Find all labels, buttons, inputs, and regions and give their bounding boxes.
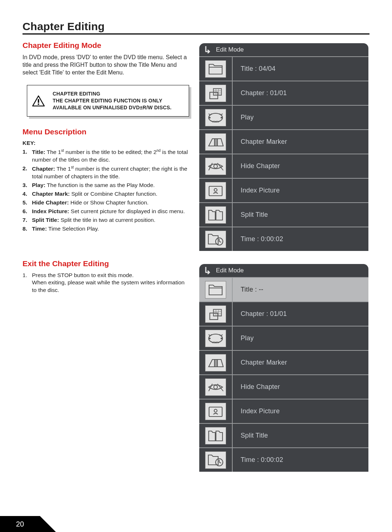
marker-icon	[205, 133, 226, 151]
repeat-icon	[205, 109, 226, 126]
warning-line-1: CHAPTER EDITING	[53, 90, 183, 97]
warning-line-2: THE CHAPTER EDITING FUNCTION IS ONLY AVA…	[53, 97, 183, 111]
osd-row-clock[interactable]: Time : 0:00:02	[199, 227, 368, 251]
osd-row-label: Chapter : 01/01	[233, 310, 368, 318]
osd-icon-cell	[199, 57, 233, 81]
osd-icon-cell	[199, 81, 233, 105]
osd-row-label: Chapter : 01/01	[233, 89, 368, 97]
warning-note: CHAPTER EDITING THE CHAPTER EDITING FUNC…	[27, 85, 189, 117]
osd-header: Edit Mode	[199, 43, 368, 56]
heading-exit: Exit the Chapter Editing	[23, 259, 189, 268]
key-label: KEY:	[23, 140, 189, 146]
key-list: Title: The 1st number is the title to be…	[23, 148, 189, 233]
heading-chapter-editing-mode: Chapter Editing Mode	[23, 41, 189, 50]
split-icon	[205, 427, 226, 444]
osd-icon-cell	[199, 302, 233, 326]
grid-icon	[205, 85, 226, 102]
osd-header: Edit Mode	[199, 264, 368, 277]
page-title: Chapter Editing	[23, 20, 369, 34]
osd-row-label: Title : 04/04	[233, 65, 368, 73]
osd-icon-cell	[199, 227, 233, 251]
osd-row-split[interactable]: Split Title	[199, 202, 368, 227]
osd-row-label: Chapter Marker	[233, 138, 368, 146]
index-icon	[205, 403, 226, 420]
key-item: Chapter: The 1st number is the current c…	[32, 165, 189, 180]
svg-rect-5	[209, 117, 211, 118]
osd-row-label: Index Picture	[233, 187, 368, 194]
osd-row-index[interactable]: Index Picture	[199, 178, 368, 202]
osd-row-index[interactable]: Index Picture	[199, 399, 368, 423]
repeat-icon	[205, 330, 226, 347]
osd-row-label: Time : 0:00:02	[233, 235, 368, 243]
split-icon	[205, 206, 226, 224]
osd-row-marker[interactable]: Chapter Marker	[199, 350, 368, 374]
osd-icon-cell	[199, 203, 233, 227]
osd-panel-2: Edit ModeTitle : --Chapter : 01/01PlayCh…	[199, 264, 368, 472]
folder-icon	[205, 60, 226, 78]
osd-icon-cell	[199, 179, 233, 202]
svg-point-18	[214, 385, 217, 389]
key-item: Hide Chapter: Hide or Show Chapter funct…	[32, 199, 189, 207]
osd-row-hide[interactable]: Hide Chapter	[199, 154, 368, 178]
osd-row-folder[interactable]: Title : --	[199, 277, 368, 301]
osd-row-label: Play	[233, 334, 368, 342]
osd-icon-cell	[199, 278, 233, 301]
osd-row-label: Time : 0:00:02	[233, 456, 368, 464]
osd-row-grid[interactable]: Chapter : 01/01	[199, 301, 368, 326]
grid-icon	[205, 305, 226, 323]
hide-icon	[205, 378, 226, 396]
osd-row-label: Hide Chapter	[233, 162, 368, 170]
osd-row-split[interactable]: Split Title	[199, 423, 368, 447]
svg-rect-6	[221, 117, 222, 118]
folder-icon	[205, 281, 226, 299]
svg-rect-1	[38, 103, 39, 105]
osd-row-label: Split Title	[233, 432, 368, 439]
svg-rect-17	[215, 360, 217, 367]
svg-rect-16	[221, 338, 222, 339]
osd-icon-cell	[199, 130, 233, 154]
return-arrow-icon	[204, 46, 212, 53]
clock-icon	[205, 451, 226, 469]
osd-icon-cell	[199, 399, 233, 423]
osd-row-label: Play	[233, 114, 368, 121]
osd-icon-cell	[199, 375, 233, 399]
marker-icon	[205, 354, 226, 371]
osd-row-clock[interactable]: Time : 0:00:02	[199, 447, 368, 472]
osd-row-hide[interactable]: Hide Chapter	[199, 374, 368, 399]
return-arrow-icon	[204, 267, 212, 274]
clock-icon	[205, 231, 226, 248]
osd-icon-cell	[199, 106, 233, 129]
osd-row-marker[interactable]: Chapter Marker	[199, 129, 368, 154]
osd-icon-cell	[199, 326, 233, 350]
key-item: Play: The function is the same as the Pl…	[32, 182, 189, 189]
osd-row-folder[interactable]: Title : 04/04	[199, 56, 368, 81]
page-number: 20	[0, 516, 40, 532]
hide-icon	[205, 158, 226, 175]
index-icon	[205, 182, 226, 199]
svg-point-10	[214, 188, 217, 191]
key-item: Index Picture: Set current picture for d…	[32, 208, 189, 215]
right-column: Edit ModeTitle : 04/04Chapter : 01/01Pla…	[199, 41, 369, 472]
osd-icon-cell	[199, 448, 233, 472]
heading-menu-description: Menu Description	[23, 127, 189, 136]
osd-row-label: Split Title	[233, 211, 368, 219]
body-chapter-editing-mode: In DVD mode, press 'DVD' to enter the DV…	[23, 53, 189, 76]
osd-row-label: Hide Chapter	[233, 383, 368, 391]
svg-point-8	[214, 165, 217, 168]
osd-row-label: Chapter Marker	[233, 359, 368, 366]
svg-rect-0	[38, 99, 39, 103]
key-item: Title: The 1st number is the title to be…	[32, 148, 189, 164]
osd-icon-cell	[199, 351, 233, 374]
key-item: Chapter Mark: Split or Combine Chapter f…	[32, 190, 189, 198]
osd-row-label: Index Picture	[233, 407, 368, 415]
osd-icon-cell	[199, 424, 233, 447]
key-item: Time: Time Selection Play.	[32, 225, 189, 233]
exit-step-1: Press the STOP button to exit this mode.…	[32, 272, 189, 295]
key-item: Split Title: Split the title in two at c…	[32, 216, 189, 224]
svg-point-20	[214, 409, 217, 412]
warning-icon	[32, 96, 45, 106]
osd-row-grid[interactable]: Chapter : 01/01	[199, 81, 368, 105]
osd-row-repeat[interactable]: Play	[199, 326, 368, 350]
osd-icon-cell	[199, 154, 233, 178]
osd-row-repeat[interactable]: Play	[199, 105, 368, 129]
